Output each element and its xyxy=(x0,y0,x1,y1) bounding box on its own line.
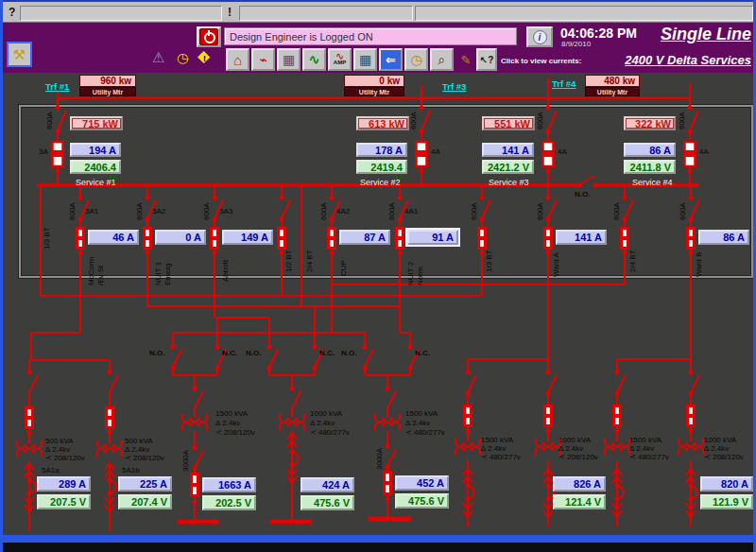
feeder-dest-label: Ward A xyxy=(552,252,560,277)
service-name: Service #2 xyxy=(360,178,401,187)
xfmr-secondary: ≺ 208/120v xyxy=(215,428,255,437)
xfmr-primary: Δ 2.4kv xyxy=(481,444,506,453)
xfmr-primary: Δ 2.4kv xyxy=(629,444,654,453)
xfmr-volts-meter[interactable]: 121.9 V xyxy=(700,494,753,509)
service-amps-meter[interactable]: 141 A xyxy=(482,143,534,157)
xfmr-amps-meter[interactable]: 1663 A xyxy=(202,477,256,492)
feeder-amps-meter[interactable]: 87 A xyxy=(339,230,390,245)
trf4-link[interactable]: Trf #4 xyxy=(552,78,576,89)
hmi-single-line-screen: ? ! ⚒ ⚠ ◷ ◆! Design Engineer is Logged O… xyxy=(0,0,756,552)
service-volts-meter[interactable]: 2421.2 V xyxy=(482,160,534,174)
xfmr-kva: 1000 kVA xyxy=(310,409,342,418)
xfmr-secondary: ≺ 208/120v xyxy=(125,454,164,462)
bottom-blue-bar xyxy=(3,535,756,543)
service-switch-rating: 600A xyxy=(409,112,418,129)
xfmr-secondary: ≺ 480/277v xyxy=(405,428,445,437)
service-name: Service #3 xyxy=(489,178,529,187)
service-volts-meter[interactable]: 2411.8 V xyxy=(624,160,676,174)
xfmr-kva: 1000 kVA xyxy=(704,436,736,444)
transfer-no-label: N.O. xyxy=(149,349,164,357)
service-amps-meter[interactable]: 194 A xyxy=(70,143,121,157)
xfmr-amps-meter[interactable]: 424 A xyxy=(301,477,354,492)
feeder-dest-label: McCorm xyxy=(87,257,95,285)
feeder-dest-label: Abbott xyxy=(221,260,230,282)
xfmr-secondary: ≺ 480/277v xyxy=(310,428,350,437)
service-volts-meter[interactable]: 2419.4 V xyxy=(356,160,407,174)
feeder-amps-meter[interactable]: 0 A xyxy=(155,230,206,245)
transfer-nc-label: N.C. xyxy=(415,349,430,357)
feeder-amps-meter-selected[interactable]: 91 A xyxy=(407,230,458,245)
feeder-switch-rating: 600A xyxy=(612,202,621,220)
feeder-dest-label: CUP xyxy=(339,260,348,276)
feeder-switch-rating: 600A xyxy=(202,202,211,220)
xfmr-secondary: ≺ 480/277v xyxy=(629,453,669,461)
service-switch-rating: 600A xyxy=(536,112,544,129)
feeder-switch-rating: 600A xyxy=(319,202,328,220)
xfmr-primary: Δ 2.4kv xyxy=(215,419,240,427)
xfmr-volts-meter[interactable]: 207.5 V xyxy=(37,494,91,509)
xfmr-amps-meter[interactable]: 826 A xyxy=(553,476,606,492)
main-breaker-rating: 3000A xyxy=(181,450,190,472)
xfmr-volts-meter[interactable]: 207.4 V xyxy=(118,494,172,509)
utility-meter-kw[interactable]: 960 kw xyxy=(79,75,136,87)
feeder-tie-label: 1/3 BT xyxy=(485,250,493,272)
trf3-link[interactable]: Trf #3 xyxy=(442,81,466,92)
utility-meter-label: Utility Mtr xyxy=(79,87,136,96)
feeder-dest-label: Emerg xyxy=(163,263,172,285)
xfmr-primary: Δ 2.4kv xyxy=(45,445,70,454)
xfmr-primary: Δ 2.4kv xyxy=(704,444,729,453)
feeder-switch-rating: 600A xyxy=(679,202,687,220)
feeder-switch-rating: 600A xyxy=(68,202,77,220)
xfmr-secondary: ≺ 208/120v xyxy=(45,454,85,462)
xfmr-kva: 500 kVA xyxy=(45,437,74,445)
utility-meter-label: Utility Mtr xyxy=(344,87,404,96)
service-amps-meter[interactable]: 178 A xyxy=(356,143,407,157)
xfmr-volts-meter[interactable]: 475.6 V xyxy=(301,495,354,510)
feeder-dest-label: /Ev St xyxy=(96,266,105,285)
service-name: Service #4 xyxy=(632,178,673,187)
service-volts-meter[interactable]: 2406.4 V xyxy=(70,160,121,174)
xfmr-kva: 1500 kVA xyxy=(629,436,662,444)
xfmr-secondary: ≺ 480/277v xyxy=(481,453,521,461)
xfmr-volts-meter[interactable]: 475.6 V xyxy=(395,493,449,509)
xfmr-kva: 1500 kVA xyxy=(405,409,438,418)
transfer-no-label: N.O. xyxy=(341,349,356,357)
service-switch-rating: 600A xyxy=(45,112,54,129)
feeder-switch-rating: 600A xyxy=(135,202,144,220)
feeder-dest-label: NUIT 2 xyxy=(406,262,415,285)
feeder-tie-label: 2/4 BT xyxy=(628,250,637,272)
service-kw-meter[interactable]: 715 kW xyxy=(70,116,123,130)
feeder-tag: 4A2 xyxy=(336,207,350,216)
utility-meter-kw[interactable]: 0 kw xyxy=(344,75,404,87)
service-amps-meter[interactable]: 86 A xyxy=(624,143,676,157)
xfmr-amps-meter[interactable]: 289 A xyxy=(37,476,91,492)
feeder-tag: 3A1 xyxy=(85,207,98,216)
feeder-switch-rating: 600A xyxy=(536,202,544,220)
utility-meter-kw[interactable]: 480 kw xyxy=(585,75,640,87)
xfmr-kva: 1000 kVA xyxy=(558,436,591,444)
service-name: Service #1 xyxy=(76,178,116,187)
xfmr-kva: 1500 kVA xyxy=(481,436,513,444)
xfmr-volts-meter[interactable]: 202.5 V xyxy=(202,495,256,510)
feeder-amps-meter[interactable]: 46 A xyxy=(88,230,139,245)
xfmr-volts-meter[interactable]: 121.4 V xyxy=(553,494,606,509)
xfmr-secondary: ≺ 208/120v xyxy=(558,453,598,461)
feeder-switch-rating: 600A xyxy=(387,202,396,220)
feeder-amps-meter[interactable]: 141 A xyxy=(556,230,607,245)
feeder-amps-meter[interactable]: 149 A xyxy=(222,230,273,245)
transfer-nc-label: N.C. xyxy=(319,349,335,357)
service-kw-meter[interactable]: 551 kW xyxy=(482,116,535,130)
xfmr-primary: Δ 2.4kv xyxy=(405,419,430,427)
xfmr-amps-meter[interactable]: 452 A xyxy=(395,475,449,491)
xfmr-amps-meter[interactable]: 225 A xyxy=(118,476,172,492)
service-kw-meter[interactable]: 613 kW xyxy=(356,116,409,130)
service-kw-meter[interactable]: 322 kW xyxy=(624,116,676,130)
feeder-amps-meter[interactable]: 86 A xyxy=(698,230,749,245)
feeder-dest-label: Norm xyxy=(416,267,424,285)
feeder-dest-label: NUIT 1 xyxy=(154,262,163,285)
trf1-link[interactable]: Trf #1 xyxy=(45,81,69,92)
service-switch-rating: 600A xyxy=(678,112,686,129)
xfmr-amps-meter[interactable]: 820 A xyxy=(700,476,753,492)
service-fuse-tag: 4A xyxy=(699,147,709,156)
service-fuse-tag: 4A xyxy=(558,147,567,156)
